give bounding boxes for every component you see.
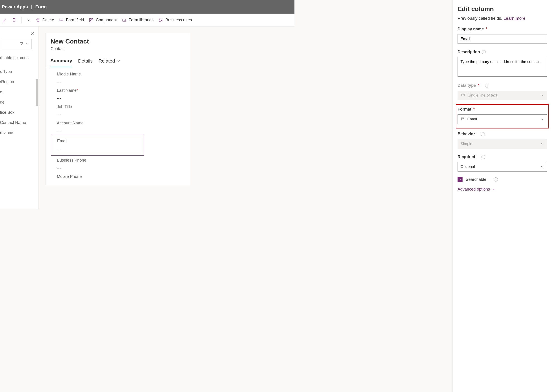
field-label: Mobile Phone: [57, 174, 190, 179]
field-mobile-phone[interactable]: Mobile Phone: [57, 172, 190, 180]
rules-icon: [159, 18, 163, 22]
field-job-title[interactable]: Job Title ---: [57, 102, 190, 119]
field-email[interactable]: Email ---: [51, 135, 144, 156]
scrollbar-thumb[interactable]: [36, 79, 38, 106]
columns-panel: d table columns s Type /Region e de fice…: [0, 27, 39, 209]
column-item[interactable]: Contact Name: [0, 118, 38, 128]
field-value: ---: [57, 77, 190, 84]
column-item[interactable]: fice Box: [0, 107, 38, 118]
column-item[interactable]: rovince: [0, 128, 38, 138]
field-middle-name[interactable]: Middle Name ---: [57, 70, 190, 86]
delete-label: Delete: [42, 18, 54, 22]
form-field-label: Form field: [66, 18, 84, 22]
form-card: New Contact Contact Summary Details Rela…: [45, 33, 190, 185]
app-name: Power Apps: [2, 4, 28, 9]
form-libraries-label: Form libraries: [129, 18, 154, 22]
tabs: Summary Details Related: [46, 51, 190, 67]
chevron-down-icon: [117, 59, 121, 63]
form-subtitle: Contact: [46, 45, 190, 51]
app-header: Power Apps | Form: [0, 0, 295, 14]
toolbar: Delete Abc Form field Component JS Form …: [0, 14, 295, 27]
svg-rect-7: [90, 20, 91, 22]
svg-text:JS: JS: [123, 20, 125, 21]
column-item[interactable]: e: [0, 87, 38, 97]
filter-icon: [20, 42, 24, 46]
toolbar-chevron[interactable]: [27, 18, 31, 22]
chevron-down-icon: [26, 42, 29, 46]
form-title: New Contact: [46, 38, 190, 45]
svg-rect-5: [90, 18, 91, 20]
header-divider: |: [31, 4, 32, 9]
svg-point-12: [161, 20, 162, 20]
filter-input[interactable]: [0, 39, 32, 49]
field-last-name[interactable]: Last Name* ---: [57, 86, 190, 102]
toolbar-separator: [21, 17, 21, 23]
field-value: ---: [57, 143, 144, 151]
close-panel-button[interactable]: [30, 31, 35, 36]
component-icon: [89, 18, 94, 22]
cut-icon: [2, 18, 7, 22]
field-value: ---: [57, 93, 190, 101]
form-canvas: New Contact Contact Summary Details Rela…: [39, 27, 295, 209]
component-button[interactable]: Component: [89, 18, 117, 22]
field-value: ---: [57, 109, 190, 117]
column-item[interactable]: s Type: [0, 67, 38, 77]
field-value: ---: [57, 163, 190, 171]
svg-text:Abc: Abc: [60, 20, 62, 21]
field-business-phone[interactable]: Business Phone ---: [57, 156, 190, 172]
field-label: Middle Name: [57, 72, 190, 77]
tab-related[interactable]: Related: [98, 58, 121, 67]
column-item[interactable]: /Region: [0, 77, 38, 87]
field-label: Email: [57, 139, 144, 143]
form-field-button[interactable]: Abc Form field: [59, 18, 84, 22]
trash-icon: [35, 18, 40, 22]
js-icon: JS: [122, 18, 126, 22]
field-value: ---: [57, 126, 190, 133]
field-label: Business Phone: [57, 158, 190, 163]
paste-icon: [12, 18, 16, 22]
svg-rect-6: [92, 18, 93, 20]
page-name: Form: [35, 4, 47, 9]
columns-section-label: d table columns: [0, 49, 38, 63]
component-label: Component: [96, 18, 117, 22]
tab-related-label: Related: [98, 58, 115, 64]
delete-button[interactable]: Delete: [35, 18, 54, 22]
business-rules-label: Business rules: [165, 18, 192, 22]
column-item[interactable]: de: [0, 97, 38, 107]
business-rules-button[interactable]: Business rules: [159, 18, 192, 22]
form-libraries-button[interactable]: JS Form libraries: [122, 18, 154, 22]
field-label: Job Title: [57, 105, 190, 109]
tab-details[interactable]: Details: [78, 58, 93, 67]
tab-summary[interactable]: Summary: [50, 58, 72, 67]
abc-icon: Abc: [59, 18, 64, 22]
paste-button[interactable]: [12, 18, 16, 22]
field-account-name[interactable]: Account Name ---: [57, 119, 190, 135]
cut-button[interactable]: [2, 18, 7, 22]
svg-point-11: [159, 21, 160, 21]
svg-point-10: [159, 19, 160, 19]
field-label: Last Name*: [57, 88, 190, 93]
field-label: Account Name: [57, 121, 190, 126]
